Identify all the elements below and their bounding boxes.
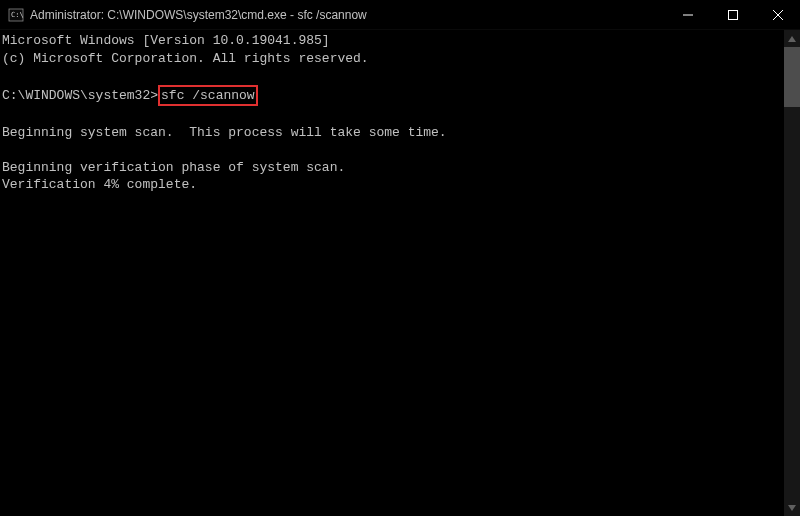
verify-phase-line: Beginning verification phase of system s…	[2, 160, 345, 175]
window-controls	[665, 0, 800, 29]
command-highlight: sfc /scannow	[158, 85, 258, 107]
scan-begin-line: Beginning system scan. This process will…	[2, 125, 447, 140]
terminal-area: Microsoft Windows [Version 10.0.19041.98…	[0, 30, 800, 516]
version-line: Microsoft Windows [Version 10.0.19041.98…	[2, 33, 330, 48]
window-title: Administrator: C:\WINDOWS\system32\cmd.e…	[30, 8, 367, 22]
vertical-scrollbar[interactable]	[784, 30, 800, 516]
maximize-icon	[728, 10, 738, 20]
scrollbar-down-button[interactable]	[784, 499, 800, 516]
verify-progress-line: Verification 4% complete.	[2, 177, 197, 192]
titlebar: C:\ Administrator: C:\WINDOWS\system32\c…	[0, 0, 800, 30]
prompt-text: C:\WINDOWS\system32>	[2, 88, 158, 103]
command-text: sfc /scannow	[161, 88, 255, 103]
svg-rect-3	[728, 10, 737, 19]
maximize-button[interactable]	[710, 0, 755, 29]
close-button[interactable]	[755, 0, 800, 29]
scrollbar-up-button[interactable]	[784, 30, 800, 47]
terminal-content[interactable]: Microsoft Windows [Version 10.0.19041.98…	[0, 30, 784, 516]
svg-text:C:\: C:\	[11, 11, 24, 19]
chevron-up-icon	[788, 36, 796, 42]
minimize-icon	[683, 10, 693, 20]
minimize-button[interactable]	[665, 0, 710, 29]
copyright-line: (c) Microsoft Corporation. All rights re…	[2, 51, 369, 66]
scrollbar-thumb[interactable]	[784, 47, 800, 107]
titlebar-left: C:\ Administrator: C:\WINDOWS\system32\c…	[8, 7, 367, 23]
chevron-down-icon	[788, 505, 796, 511]
cmd-icon: C:\	[8, 7, 24, 23]
close-icon	[773, 10, 783, 20]
